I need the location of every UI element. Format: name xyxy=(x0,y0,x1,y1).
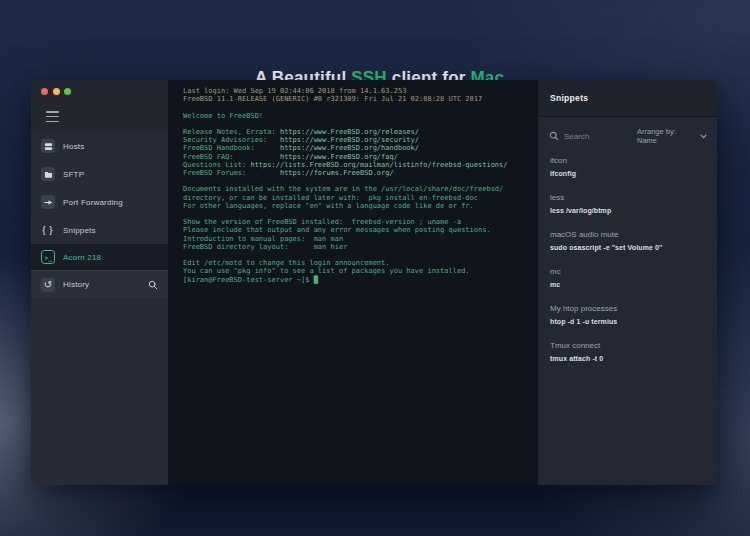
sidebar-nav: Hosts SFTP Port Forwarding { } Snippets xyxy=(31,132,168,298)
close-window-button[interactable] xyxy=(41,88,48,95)
snippet-command: sudo osascript -e "set Volume 0" xyxy=(550,243,705,253)
terminal-line: For other languages, replace "en" with a… xyxy=(183,202,528,210)
terminal-line xyxy=(183,177,528,185)
terminal-cursor: █ xyxy=(314,276,318,284)
snippet-title: ifcon xyxy=(550,156,705,166)
terminal-line: FreeBSD 11.1-RELEASE (GENERIC) #0 r32130… xyxy=(183,95,528,103)
snippets-icon: { } xyxy=(41,223,55,237)
search-icon xyxy=(549,131,559,141)
sidebar: Hosts SFTP Port Forwarding { } Snippets xyxy=(31,80,168,485)
snippet-item[interactable]: My htop processes htop -d 1 -u termius xyxy=(550,304,705,327)
snippet-title: mc xyxy=(550,267,705,277)
sidebar-item-hosts[interactable]: Hosts xyxy=(31,132,168,160)
terminal-icon: >_ xyxy=(41,250,55,264)
search-input[interactable] xyxy=(564,132,632,141)
terminal-line xyxy=(183,103,528,111)
terminal-line: FreeBSD Handbook: https://www.FreeBSD.or… xyxy=(183,144,528,152)
sidebar-item-label: Hosts xyxy=(63,142,84,151)
terminal-line xyxy=(183,251,528,259)
arrange-by-label: Arrange by: Name xyxy=(637,127,696,145)
snippet-title: My htop processes xyxy=(550,304,705,314)
terminal-line: Questions List: https://lists.FreeBSD.or… xyxy=(183,161,528,169)
sidebar-item-label: Acorn 218 xyxy=(63,253,101,262)
snippets-search-row: Arrange by: Name xyxy=(549,125,707,147)
sidebar-item-label: Port Forwarding xyxy=(63,198,123,207)
zoom-window-button[interactable] xyxy=(64,88,71,95)
minimize-window-button[interactable] xyxy=(53,88,60,95)
terminal-line: Welcome to FreeBSD! xyxy=(183,112,528,120)
terminal-line: Documents installed with the system are … xyxy=(183,185,528,193)
terminal-line: Security Advisories: https://www.FreeBSD… xyxy=(183,136,528,144)
snippet-item[interactable]: ifcon ifconfig xyxy=(550,156,705,179)
terminal-line xyxy=(183,210,528,218)
terminal-line: FreeBSD FAQ: https://www.FreeBSD.org/faq… xyxy=(183,153,528,161)
snippet-command: ifconfig xyxy=(550,169,705,179)
snippet-title: macOS audio mute xyxy=(550,230,705,240)
page-title: A Beautiful SSH client for Mac xyxy=(0,28,750,88)
hosts-icon xyxy=(41,139,55,153)
snippet-command: less /var/log/btmp xyxy=(550,206,705,216)
snippet-title: Tmux connect xyxy=(550,341,705,351)
sidebar-item-label: SFTP xyxy=(63,170,84,179)
hamburger-menu-icon[interactable] xyxy=(46,111,59,122)
snippets-list: ifcon ifconfig less less /var/log/btmp m… xyxy=(538,147,717,378)
terminal-line: You can use "pkg info" to see a list of … xyxy=(183,267,528,275)
sidebar-item-label: Snippets xyxy=(63,226,96,235)
search-icon[interactable] xyxy=(148,276,158,294)
terminal-line: Please include that output and any error… xyxy=(183,226,528,234)
sidebar-item-label: History xyxy=(63,280,89,289)
port-forwarding-icon xyxy=(41,195,55,209)
sidebar-item-acorn-218[interactable]: >_ Acorn 218 xyxy=(31,244,168,270)
terminal-line: Show the version of FreeBSD installed: f… xyxy=(183,218,528,226)
snippet-item[interactable]: Tmux connect tmux attach -t 0 xyxy=(550,341,705,364)
terminal-line: FreeBSD directory layout: man hier xyxy=(183,243,528,251)
marketing-background: A Beautiful SSH client for Mac Hosts xyxy=(0,0,750,536)
terminal-line: Edit /etc/motd to change this login anno… xyxy=(183,259,528,267)
snippets-panel: Snippets Arrange by: Name ifcon ifconfig… xyxy=(538,80,717,485)
terminal-line: Release Notes, Errata: https://www.FreeB… xyxy=(183,128,528,136)
sidebar-header xyxy=(31,80,168,132)
terminal-line: directory, or can be installed later wit… xyxy=(183,194,528,202)
snippet-item[interactable]: macOS audio mute sudo osascript -e "set … xyxy=(550,230,705,253)
window-controls xyxy=(31,86,168,95)
sidebar-item-snippets[interactable]: { } Snippets xyxy=(31,216,168,244)
arrange-by-dropdown[interactable]: Arrange by: Name xyxy=(637,127,707,145)
terminal-line: [kiran@FreeBSD-test-server ~]$ █ xyxy=(183,276,528,284)
terminal-line xyxy=(183,120,528,128)
snippet-item[interactable]: less less /var/log/btmp xyxy=(550,193,705,216)
terminal-output[interactable]: Last login: Wed Sep 19 02:44:06 2018 fro… xyxy=(168,80,538,485)
sidebar-item-history[interactable]: ↺ History xyxy=(31,270,168,298)
snippets-panel-header: Snippets xyxy=(538,80,717,117)
snippets-panel-title: Snippets xyxy=(550,93,588,103)
sidebar-item-port-forwarding[interactable]: Port Forwarding xyxy=(31,188,168,216)
app-window: Hosts SFTP Port Forwarding { } Snippets xyxy=(31,80,717,485)
snippet-item[interactable]: mc mc xyxy=(550,267,705,290)
chevron-down-icon xyxy=(700,134,707,139)
snippet-command: tmux attach -t 0 xyxy=(550,354,705,364)
snippet-command: htop -d 1 -u termius xyxy=(550,317,705,327)
terminal-line: FreeBSD Forums: https://forums.FreeBSD.o… xyxy=(183,169,528,177)
terminal-line: Last login: Wed Sep 19 02:44:06 2018 fro… xyxy=(183,87,528,95)
snippet-command: mc xyxy=(550,280,705,290)
sidebar-item-sftp[interactable]: SFTP xyxy=(31,160,168,188)
terminal-line: Introduction to manual pages: man man xyxy=(183,235,528,243)
sftp-icon xyxy=(41,167,55,181)
snippet-title: less xyxy=(550,193,705,203)
history-icon: ↺ xyxy=(41,278,55,292)
